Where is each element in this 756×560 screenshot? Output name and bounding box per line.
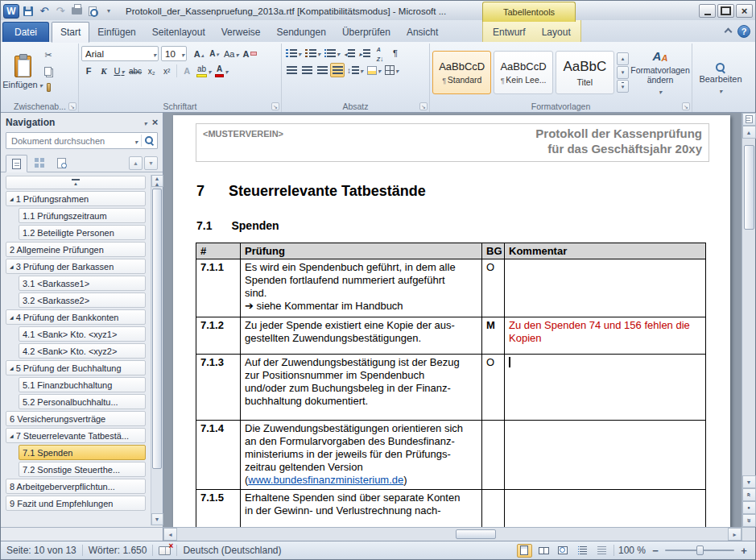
grow-font-button[interactable]: A: [192, 47, 206, 61]
collapse-triangle-icon[interactable]: ◢: [10, 264, 14, 269]
web-layout-view-button[interactable]: [556, 544, 571, 558]
borders-button[interactable]: [383, 63, 400, 77]
nav-scroll-down-button[interactable]: ▼: [151, 513, 163, 525]
help-button[interactable]: ?: [737, 25, 750, 38]
nav-item-9[interactable]: 9 Fazit und Empfehlungen: [6, 496, 146, 511]
horizontal-scrollbar-thumb[interactable]: [456, 529, 496, 539]
font-color-button[interactable]: A: [213, 64, 229, 78]
pruefung-cell[interactable]: Erhaltene Spenden sind über separate Kon…: [241, 490, 482, 527]
hyperlink[interactable]: www.bundesfinanzministerium.de: [248, 474, 403, 486]
select-browse-object-button[interactable]: [742, 501, 756, 514]
tab-layout[interactable]: Layout: [534, 23, 579, 42]
document-page[interactable]: <MUSTERVEREIN> Protokoll der Kassenprüfu…: [173, 115, 730, 527]
kommentar-cell[interactable]: [505, 421, 706, 490]
styles-gallery-more-button[interactable]: [617, 80, 629, 93]
header-right-text[interactable]: Protokoll der Kassenprüfung für das Gesc…: [535, 127, 702, 157]
editing-button[interactable]: Bearbeiten: [695, 45, 746, 112]
vertical-scrollbar[interactable]: [742, 113, 755, 527]
style-standard[interactable]: AaBbCcD Standard: [432, 51, 491, 94]
scrollbar-thumb[interactable]: [744, 145, 754, 230]
paragraph-dialog-launcher[interactable]: [419, 102, 428, 110]
ruler-toggle-button[interactable]: [742, 113, 756, 126]
print-layout-view-button[interactable]: [517, 544, 532, 558]
word-logo-icon[interactable]: W: [3, 4, 19, 19]
fullscreen-reading-view-button[interactable]: [536, 544, 552, 558]
pane-options-dropdown[interactable]: [143, 117, 147, 128]
collapse-triangle-icon[interactable]: ◢: [10, 433, 14, 438]
nav-item-7[interactable]: ◢7 Steuerrelevante Tatbestä...: [6, 428, 146, 443]
shrink-font-button[interactable]: A: [207, 47, 221, 61]
tab-einfuegen[interactable]: Einfügen: [89, 23, 143, 42]
nav-item-5[interactable]: ◢5 Prüfung der Buchhaltung: [6, 360, 146, 375]
collapse-triangle-icon[interactable]: ◢: [10, 315, 14, 320]
nav-item-7.2[interactable]: 7.2 Sonstige Steuerthe...: [19, 462, 146, 477]
align-left-button[interactable]: [284, 63, 299, 77]
nav-item-3.1[interactable]: 3.1 <Barkasse1>: [19, 276, 146, 291]
save-button[interactable]: [21, 4, 35, 19]
strikethrough-button[interactable]: abc: [127, 64, 143, 78]
show-formatting-marks-button[interactable]: ¶: [388, 46, 403, 60]
tab-ueberpruefen[interactable]: Überprüfen: [334, 23, 399, 42]
nav-scroll-up-button[interactable]: ▲: [151, 175, 163, 187]
word-count-status[interactable]: Wörter: 1.650: [89, 545, 147, 556]
search-icon[interactable]: [145, 136, 154, 145]
bg-cell[interactable]: M: [482, 317, 505, 355]
decrease-indent-button[interactable]: [342, 46, 357, 60]
next-page-button[interactable]: [742, 514, 756, 527]
change-styles-button[interactable]: Formatvorlagen ändern: [631, 49, 689, 95]
nav-item-4.2[interactable]: 4.2 <Bank> Kto. <xyz2>: [19, 343, 146, 359]
nav-item-5.2[interactable]: 5.2 Personalbuchhaltu...: [19, 394, 146, 409]
maximize-button[interactable]: [717, 4, 734, 18]
header-left-text[interactable]: <MUSTERVEREIN>: [203, 127, 283, 139]
bg-cell[interactable]: O: [482, 259, 505, 317]
styles-scroll-down-button[interactable]: [617, 66, 629, 79]
highlight-color-button[interactable]: ab: [195, 64, 213, 78]
search-options-dropdown[interactable]: [134, 135, 138, 147]
nav-item-6[interactable]: 6 Versicherungsverträge: [6, 411, 146, 426]
increase-indent-button[interactable]: [357, 46, 372, 60]
nav-item-4[interactable]: ◢4 Prüfung der Bankkonten: [6, 309, 146, 325]
undo-button[interactable]: ↶: [37, 4, 52, 19]
change-case-button[interactable]: Aa: [222, 47, 240, 61]
italic-button[interactable]: K: [97, 64, 111, 78]
proofing-status-icon[interactable]: [159, 546, 171, 555]
pruefung-cell[interactable]: Die Zuwendungsbestätigungen orientieren …: [241, 421, 482, 490]
outline-view-button[interactable]: [575, 544, 590, 558]
nav-item-3.2[interactable]: 3.2 <Barkasse2>: [19, 292, 146, 308]
language-status[interactable]: Deutsch (Deutschland): [183, 545, 281, 556]
qat-customize-button[interactable]: [101, 4, 116, 19]
row-id-cell[interactable]: 7.1.3: [196, 355, 241, 421]
zoom-in-button[interactable]: [738, 545, 750, 556]
page-count-status[interactable]: Seite: 10 von 13: [6, 545, 76, 556]
previous-page-button[interactable]: [742, 488, 756, 501]
shading-button[interactable]: [366, 63, 382, 77]
quick-print-button[interactable]: [69, 4, 84, 19]
align-right-button[interactable]: [315, 63, 329, 77]
pruefung-cell[interactable]: Zu jeder Spende existiert eine Kopie der…: [241, 317, 482, 355]
nav-item-8[interactable]: 8 Arbeitgeberverpflichtun...: [6, 479, 146, 494]
zoom-slider-thumb[interactable]: [696, 545, 704, 555]
draft-view-button[interactable]: [594, 544, 609, 558]
nav-item-4.1[interactable]: 4.1 <Bank> Kto. <xyz1>: [19, 326, 146, 342]
heading-section-7-1[interactable]: 7.1 Spenden: [196, 219, 709, 232]
document-search-input[interactable]: Dokument durchsuchen: [6, 132, 158, 149]
tab-verweise[interactable]: Verweise: [213, 23, 269, 42]
kommentar-cell[interactable]: [505, 355, 706, 421]
nav-item-3[interactable]: ◢3 Prüfung der Barkassen: [6, 259, 146, 274]
bold-button[interactable]: F: [81, 64, 96, 78]
pruefung-cell[interactable]: Auf der Zuwendungsbestätigung ist der Be…: [241, 355, 482, 421]
tab-datei[interactable]: Datei: [2, 22, 49, 42]
style-titel[interactable]: AaBbC Titel: [556, 51, 614, 94]
bg-cell[interactable]: [482, 490, 505, 527]
tab-start[interactable]: Start: [52, 22, 89, 43]
nav-item-1.1[interactable]: 1.1 Prüfungszeitraum: [19, 208, 146, 223]
font-name-select[interactable]: Arial: [81, 46, 159, 61]
nav-item-1.2[interactable]: 1.2 Beteiligte Personen: [19, 225, 146, 240]
nav-item-2[interactable]: 2 Allgemeine Prüfungen: [6, 242, 146, 257]
line-spacing-button[interactable]: [345, 63, 365, 77]
collapse-triangle-icon[interactable]: ◢: [10, 197, 14, 201]
nav-scrollbar-thumb[interactable]: [152, 189, 162, 469]
jump-to-top-button[interactable]: [6, 176, 146, 189]
pruefung-cell[interactable]: Es wird ein Spendenbuch geführt, in dem …: [241, 259, 482, 317]
kommentar-cell[interactable]: [505, 490, 706, 527]
